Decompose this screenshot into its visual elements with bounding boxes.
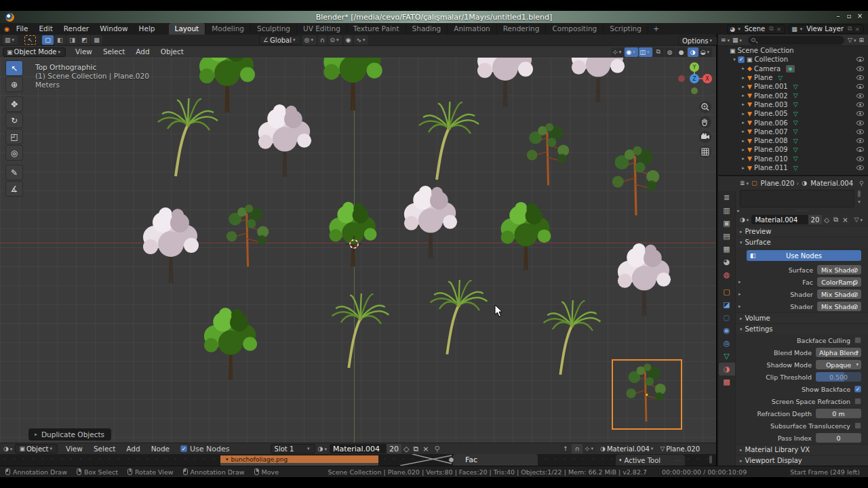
tab-particles[interactable]: ◌ [719,311,735,324]
outliner-row-collection[interactable]: ▾✓▣Collection [718,55,868,64]
mesh-data-icon[interactable]: ▽ [793,101,798,108]
shadow-mode-dropdown[interactable]: Opaque [816,360,861,369]
section-volume[interactable]: ▸Volume [736,312,868,323]
workspace-tab-scripting[interactable]: Scripting [604,23,648,35]
tab-texture[interactable]: ▩ [719,375,735,388]
menu-edit[interactable]: Edit [33,23,58,35]
material-users-count[interactable]: 20 [808,215,823,224]
outliner-item-name[interactable]: Camera [754,65,781,73]
active-tool-panel[interactable]: ▾Active Tool ⋯ [616,455,685,466]
outliner-row-camera[interactable]: ▸◆Camera◆ [718,64,868,73]
outliner-item-name[interactable]: Plane.003 [754,101,788,108]
workspace-tab-shading[interactable]: Shading [406,23,448,35]
mode-dropdown[interactable]: ▣ Object Mode▾ [3,47,66,57]
panel-grip[interactable]: ▸⋯⋯ [736,207,868,214]
viewport-menu-object[interactable]: Object [155,46,189,58]
annotate-tool[interactable]: ✎ [5,165,23,180]
view-layer-selector[interactable]: ▦▾ View Layer ⧉ × [789,24,864,34]
workspace-tab-sculpting[interactable]: Sculpting [251,23,297,35]
subsurface-translucency-checkbox[interactable] [854,422,861,429]
menu-file[interactable]: File [11,23,34,35]
render-pass-icon[interactable]: ⧉ [653,47,664,57]
shading-solid-icon[interactable]: ● [676,47,687,57]
pass-index-field[interactable]: 0 [816,433,861,443]
shader-material-name-field[interactable]: Material.004 [330,444,387,453]
outliner-search-input[interactable] [748,36,844,45]
tree-object-palm[interactable] [397,102,485,190]
snap-toggle[interactable]: ∩ [318,35,327,45]
add-workspace-button[interactable]: + [648,23,664,35]
expand-icon[interactable]: ▸ [740,75,747,81]
scene-selector[interactable]: ◕▾ Scene ⧉ × [727,24,785,34]
outliner-item-name[interactable]: Plane.009 [754,146,788,153]
outliner-row-plane-008[interactable]: ▸▼Plane.008▽ [718,136,868,145]
minimize-button[interactable]: – [833,12,844,20]
active-tool-tweak-icon[interactable]: ↖ [24,35,36,45]
tree-object-blossom[interactable] [602,243,686,327]
properties-editor-type-icon[interactable]: ≣ [719,191,735,204]
shader-shader-field[interactable]: Mix Shader [817,289,861,299]
section-preview[interactable]: ▸Preview [736,226,868,237]
shader-menu-node[interactable]: Node [146,443,175,455]
outliner-row-plane-005[interactable]: ▸▼Plane.005▽ [718,109,868,118]
tab-render[interactable]: ▣ [719,217,735,230]
fac-shader-field[interactable]: ColorRamp [817,277,861,287]
gizmo-dropdown[interactable]: ⊹▾ [611,47,624,57]
transform-orientation-dropdown[interactable]: ∠ Global▾ [259,35,301,45]
new-collection-icon[interactable]: ⊞ [859,37,864,43]
new-material-icon[interactable]: ⧉ [831,215,840,224]
tree-object-pine[interactable] [210,200,285,275]
navigation-gizmo[interactable]: YZX [675,59,714,98]
browse-material-icon[interactable]: ◑▾ [740,216,750,223]
shader-unlink-icon[interactable]: × [420,444,431,453]
visibility-eye-icon[interactable] [856,165,864,170]
camera-view-icon[interactable] [699,131,711,143]
rotate-tool[interactable]: ↻ [5,113,23,128]
expand-icon[interactable]: ▸ [740,120,747,125]
tab-view-layer[interactable]: ▦ [719,243,735,256]
menu-window[interactable]: Window [94,23,133,35]
tab-object[interactable]: ▢ [719,285,735,298]
pin-icon[interactable]: ⚲ [859,180,864,187]
outliner-row-plane[interactable]: ▸▼Plane▽ [718,73,868,82]
measure-tool[interactable]: ∡ [5,181,23,197]
properties-editor-icon[interactable]: ≣▾ [740,180,750,186]
expand-icon[interactable]: ▸ [740,102,747,107]
collection-checkbox[interactable]: ✓ [738,56,745,63]
tab-output[interactable]: ▤ [719,230,735,243]
tree-object-palm[interactable] [136,98,224,186]
clip-threshold-slider[interactable]: 0.500 [816,372,861,382]
use-nodes-checkbox[interactable]: ✓ [180,445,187,452]
xray-toggle[interactable]: ◫▾ [639,47,652,57]
edited-material-dropdown[interactable]: ◑Material.004▾ [600,445,654,453]
mesh-data-icon[interactable]: ▽ [793,83,798,90]
tree-object-blossom[interactable] [243,104,327,188]
visibility-eye-icon[interactable] [856,121,864,125]
workspace-tab-texture-paint[interactable]: Texture Paint [347,23,406,35]
outliner-row-plane-006[interactable]: ▸▼Plane.006▽ [718,118,868,127]
outliner-row-scene-collection[interactable]: ▣Scene Collection [718,46,868,55]
tree-object-pine[interactable] [511,119,586,194]
mesh-data-icon[interactable]: ▽ [778,75,783,81]
outliner-row-plane-011[interactable]: ▸▼Plane.011▽ [718,163,868,172]
outliner-row-plane-010[interactable]: ▸▼Plane.010▽ [718,155,868,163]
viewport-menu-view[interactable]: View [70,46,98,58]
slot-list-scrollbar[interactable] [858,190,861,197]
outliner-item-name[interactable]: Plane.005 [754,110,788,117]
outliner-row-plane-007[interactable]: ▸▼Plane.007▽ [718,127,868,136]
proportional-edit-toggle[interactable]: ◉ [344,35,353,45]
pan-hand-icon[interactable] [699,116,711,128]
shader-snap-target-icon[interactable]: ⊹▾ [583,444,596,453]
outliner-row-plane-002[interactable]: ▸▼Plane.002▽ [718,91,868,100]
menu-render[interactable]: Render [58,23,94,35]
mesh-data-icon[interactable]: ▽ [793,155,798,162]
visibility-eye-icon[interactable] [856,102,864,107]
material-name-field[interactable]: Material.004 [751,215,808,224]
tab-modifiers[interactable]: ◪ [719,298,735,311]
tree-object-green[interactable] [189,307,273,391]
visibility-eye-icon[interactable] [856,57,864,62]
workspace-tab-animation[interactable]: Animation [448,23,497,35]
outliner-item-name[interactable]: Collection [755,56,788,63]
tree-object-palm[interactable] [522,300,606,384]
scene-name[interactable]: Scene [742,25,768,33]
